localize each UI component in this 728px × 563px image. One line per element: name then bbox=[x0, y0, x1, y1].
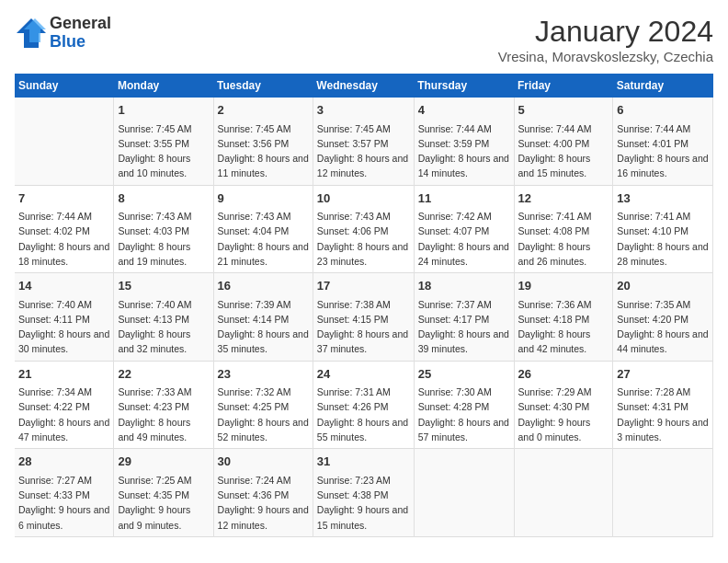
week-row-0: 1Sunrise: 7:45 AMSunset: 3:55 PMDaylight… bbox=[15, 98, 713, 185]
day-number: 12 bbox=[518, 190, 609, 208]
calendar-body: 1Sunrise: 7:45 AMSunset: 3:55 PMDaylight… bbox=[15, 98, 713, 536]
cell-w1-d0: 7Sunrise: 7:44 AMSunset: 4:02 PMDaylight… bbox=[15, 185, 114, 273]
day-info: Sunrise: 7:43 AMSunset: 4:06 PMDaylight:… bbox=[317, 209, 410, 269]
cell-w4-d0: 28Sunrise: 7:27 AMSunset: 4:33 PMDayligh… bbox=[15, 449, 114, 537]
cell-w3-d0: 21Sunrise: 7:34 AMSunset: 4:22 PMDayligh… bbox=[15, 361, 114, 449]
day-number: 7 bbox=[18, 190, 109, 208]
day-info: Sunrise: 7:44 AMSunset: 4:01 PMDaylight:… bbox=[617, 121, 709, 181]
cell-w2-d4: 18Sunrise: 7:37 AMSunset: 4:17 PMDayligh… bbox=[414, 273, 514, 362]
week-row-2: 14Sunrise: 7:40 AMSunset: 4:11 PMDayligh… bbox=[15, 273, 713, 362]
day-number: 24 bbox=[317, 365, 410, 384]
day-number: 20 bbox=[617, 277, 709, 295]
day-info: Sunrise: 7:41 AMSunset: 4:08 PMDaylight:… bbox=[518, 209, 609, 269]
day-number: 23 bbox=[218, 365, 309, 384]
header: General Blue January 2024 Vresina, Morav… bbox=[15, 15, 713, 64]
day-info: Sunrise: 7:44 AMSunset: 4:02 PMDaylight:… bbox=[18, 209, 109, 269]
day-number: 27 bbox=[617, 365, 709, 384]
day-number: 11 bbox=[418, 190, 510, 208]
cell-w1-d1: 8Sunrise: 7:43 AMSunset: 4:03 PMDaylight… bbox=[114, 185, 213, 273]
day-info: Sunrise: 7:27 AMSunset: 4:33 PMDaylight:… bbox=[18, 473, 109, 533]
cell-w4-d5 bbox=[514, 449, 613, 537]
day-info: Sunrise: 7:29 AMSunset: 4:30 PMDaylight:… bbox=[518, 385, 609, 444]
day-info: Sunrise: 7:32 AMSunset: 4:25 PMDaylight:… bbox=[218, 385, 309, 444]
day-info: Sunrise: 7:45 AMSunset: 3:56 PMDaylight:… bbox=[218, 121, 309, 181]
day-number: 26 bbox=[518, 365, 609, 384]
day-number: 30 bbox=[218, 453, 309, 471]
cell-w1-d2: 9Sunrise: 7:43 AMSunset: 4:04 PMDaylight… bbox=[213, 185, 313, 273]
cell-w2-d2: 16Sunrise: 7:39 AMSunset: 4:14 PMDayligh… bbox=[213, 273, 313, 362]
calendar-title: January 2024 bbox=[498, 15, 713, 49]
logo-text: General Blue bbox=[50, 15, 111, 52]
day-number: 9 bbox=[218, 190, 309, 208]
day-number: 25 bbox=[418, 365, 510, 384]
cell-w2-d6: 20Sunrise: 7:35 AMSunset: 4:20 PMDayligh… bbox=[613, 273, 713, 362]
day-info: Sunrise: 7:38 AMSunset: 4:15 PMDaylight:… bbox=[317, 297, 410, 357]
cell-w1-d5: 12Sunrise: 7:41 AMSunset: 4:08 PMDayligh… bbox=[514, 185, 613, 273]
day-number: 4 bbox=[418, 101, 510, 120]
day-number: 28 bbox=[18, 453, 109, 471]
day-info: Sunrise: 7:36 AMSunset: 4:18 PMDaylight:… bbox=[518, 297, 609, 357]
header-thursday: Thursday bbox=[414, 74, 514, 98]
day-info: Sunrise: 7:28 AMSunset: 4:31 PMDaylight:… bbox=[617, 385, 709, 444]
cell-w0-d5: 5Sunrise: 7:44 AMSunset: 4:00 PMDaylight… bbox=[514, 98, 613, 185]
day-info: Sunrise: 7:44 AMSunset: 3:59 PMDaylight:… bbox=[418, 121, 510, 181]
header-wednesday: Wednesday bbox=[313, 74, 414, 98]
day-info: Sunrise: 7:40 AMSunset: 4:11 PMDaylight:… bbox=[18, 297, 109, 357]
day-number: 8 bbox=[118, 190, 209, 208]
day-info: Sunrise: 7:41 AMSunset: 4:10 PMDaylight:… bbox=[617, 209, 709, 269]
cell-w0-d2: 2Sunrise: 7:45 AMSunset: 3:56 PMDaylight… bbox=[213, 98, 313, 185]
cell-w0-d0 bbox=[15, 98, 114, 185]
header-saturday: Saturday bbox=[613, 74, 713, 98]
week-row-4: 28Sunrise: 7:27 AMSunset: 4:33 PMDayligh… bbox=[15, 449, 713, 537]
cell-w1-d4: 11Sunrise: 7:42 AMSunset: 4:07 PMDayligh… bbox=[414, 185, 514, 273]
day-info: Sunrise: 7:31 AMSunset: 4:26 PMDaylight:… bbox=[317, 385, 410, 444]
cell-w1-d6: 13Sunrise: 7:41 AMSunset: 4:10 PMDayligh… bbox=[613, 185, 713, 273]
day-info: Sunrise: 7:24 AMSunset: 4:36 PMDaylight:… bbox=[218, 473, 309, 533]
day-number: 1 bbox=[118, 101, 209, 120]
day-number: 6 bbox=[617, 101, 709, 120]
cell-w4-d4 bbox=[414, 449, 514, 537]
calendar-container: General Blue January 2024 Vresina, Morav… bbox=[0, 0, 728, 546]
day-info: Sunrise: 7:25 AMSunset: 4:35 PMDaylight:… bbox=[118, 473, 209, 533]
day-number: 22 bbox=[118, 365, 209, 384]
day-number: 19 bbox=[518, 277, 609, 295]
title-section: January 2024 Vresina, Moravskoslezsky, C… bbox=[498, 15, 713, 64]
day-info: Sunrise: 7:43 AMSunset: 4:03 PMDaylight:… bbox=[118, 209, 209, 269]
day-info: Sunrise: 7:40 AMSunset: 4:13 PMDaylight:… bbox=[118, 297, 209, 357]
day-info: Sunrise: 7:42 AMSunset: 4:07 PMDaylight:… bbox=[418, 209, 510, 269]
cell-w3-d4: 25Sunrise: 7:30 AMSunset: 4:28 PMDayligh… bbox=[414, 361, 514, 449]
cell-w0-d4: 4Sunrise: 7:44 AMSunset: 3:59 PMDaylight… bbox=[414, 98, 514, 185]
cell-w2-d1: 15Sunrise: 7:40 AMSunset: 4:13 PMDayligh… bbox=[114, 273, 213, 362]
week-row-1: 7Sunrise: 7:44 AMSunset: 4:02 PMDaylight… bbox=[15, 185, 713, 273]
cell-w2-d3: 17Sunrise: 7:38 AMSunset: 4:15 PMDayligh… bbox=[313, 273, 414, 362]
day-number: 5 bbox=[518, 101, 609, 120]
day-number: 3 bbox=[317, 101, 410, 120]
logo-icon bbox=[15, 17, 48, 50]
cell-w3-d6: 27Sunrise: 7:28 AMSunset: 4:31 PMDayligh… bbox=[613, 361, 713, 449]
day-number: 13 bbox=[617, 190, 709, 208]
cell-w3-d2: 23Sunrise: 7:32 AMSunset: 4:25 PMDayligh… bbox=[213, 361, 313, 449]
day-info: Sunrise: 7:45 AMSunset: 3:55 PMDaylight:… bbox=[118, 121, 209, 181]
day-number: 17 bbox=[317, 277, 410, 295]
day-number: 31 bbox=[317, 453, 410, 471]
cell-w1-d3: 10Sunrise: 7:43 AMSunset: 4:06 PMDayligh… bbox=[313, 185, 414, 273]
cell-w4-d3: 31Sunrise: 7:23 AMSunset: 4:38 PMDayligh… bbox=[313, 449, 414, 537]
calendar-table: Sunday Monday Tuesday Wednesday Thursday… bbox=[15, 74, 713, 537]
day-number: 18 bbox=[418, 277, 510, 295]
header-sunday: Sunday bbox=[15, 74, 114, 98]
cell-w2-d5: 19Sunrise: 7:36 AMSunset: 4:18 PMDayligh… bbox=[514, 273, 613, 362]
week-row-3: 21Sunrise: 7:34 AMSunset: 4:22 PMDayligh… bbox=[15, 361, 713, 449]
cell-w4-d2: 30Sunrise: 7:24 AMSunset: 4:36 PMDayligh… bbox=[213, 449, 313, 537]
day-info: Sunrise: 7:45 AMSunset: 3:57 PMDaylight:… bbox=[317, 121, 410, 181]
day-info: Sunrise: 7:35 AMSunset: 4:20 PMDaylight:… bbox=[617, 297, 709, 357]
cell-w2-d0: 14Sunrise: 7:40 AMSunset: 4:11 PMDayligh… bbox=[15, 273, 114, 362]
day-number: 15 bbox=[118, 277, 209, 295]
day-info: Sunrise: 7:30 AMSunset: 4:28 PMDaylight:… bbox=[418, 385, 510, 444]
calendar-subtitle: Vresina, Moravskoslezsky, Czechia bbox=[498, 49, 713, 64]
cell-w0-d1: 1Sunrise: 7:45 AMSunset: 3:55 PMDaylight… bbox=[114, 98, 213, 185]
day-number: 10 bbox=[317, 190, 410, 208]
header-row: Sunday Monday Tuesday Wednesday Thursday… bbox=[15, 74, 713, 98]
logo-general: General bbox=[50, 15, 111, 33]
day-info: Sunrise: 7:44 AMSunset: 4:00 PMDaylight:… bbox=[518, 121, 609, 181]
cell-w0-d3: 3Sunrise: 7:45 AMSunset: 3:57 PMDaylight… bbox=[313, 98, 414, 185]
